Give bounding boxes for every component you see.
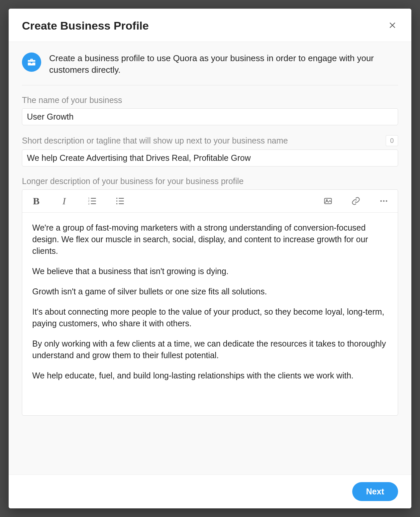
description-label: Longer description of your business for … bbox=[22, 176, 398, 186]
svg-point-14 bbox=[380, 200, 382, 202]
bold-button[interactable]: B bbox=[30, 195, 42, 207]
bold-icon: B bbox=[33, 195, 40, 207]
modal-header: Create Business Profile bbox=[9, 9, 411, 42]
ordered-list-button[interactable]: 123 bbox=[86, 195, 98, 207]
svg-text:2: 2 bbox=[88, 200, 89, 202]
briefcase-icon bbox=[22, 52, 41, 72]
business-name-field: The name of your business bbox=[22, 95, 398, 125]
tagline-label: Short description or tagline that will s… bbox=[22, 136, 288, 146]
svg-text:1: 1 bbox=[88, 197, 89, 199]
business-name-label: The name of your business bbox=[22, 95, 398, 105]
image-button[interactable] bbox=[322, 195, 334, 207]
tagline-char-counter: 0 bbox=[386, 135, 398, 146]
italic-button[interactable]: I bbox=[58, 195, 70, 207]
svg-point-10 bbox=[116, 203, 118, 205]
intro-text: Create a business profile to use Quora a… bbox=[49, 52, 398, 76]
tagline-field: Short description or tagline that will s… bbox=[22, 135, 398, 166]
modal-title: Create Business Profile bbox=[22, 19, 149, 32]
image-icon bbox=[323, 196, 333, 206]
italic-icon: I bbox=[62, 195, 66, 207]
unordered-list-button[interactable] bbox=[114, 195, 126, 207]
intro-section: Create a business profile to use Quora a… bbox=[22, 42, 398, 85]
svg-point-16 bbox=[386, 200, 387, 202]
modal-body[interactable]: Create a business profile to use Quora a… bbox=[9, 42, 411, 474]
description-paragraph: It's about connecting more people to the… bbox=[32, 306, 388, 329]
svg-point-15 bbox=[383, 200, 385, 202]
description-paragraph: We help educate, fuel, and build long-la… bbox=[32, 370, 388, 381]
ordered-list-icon: 123 bbox=[87, 196, 97, 206]
more-options-button[interactable] bbox=[378, 195, 390, 207]
more-options-icon bbox=[379, 196, 388, 206]
svg-point-6 bbox=[116, 198, 118, 199]
description-paragraph: By only working with a few clients at a … bbox=[32, 338, 388, 361]
rich-text-editor: B I 123 bbox=[22, 189, 398, 416]
tagline-label-row: Short description or tagline that will s… bbox=[22, 135, 398, 146]
next-button[interactable]: Next bbox=[352, 482, 398, 501]
close-button[interactable] bbox=[387, 20, 398, 32]
description-textarea[interactable]: We're a group of fast-moving marketers w… bbox=[22, 213, 398, 415]
description-paragraph: We're a group of fast-moving marketers w… bbox=[32, 222, 388, 257]
svg-text:3: 3 bbox=[88, 203, 89, 205]
svg-point-8 bbox=[116, 200, 118, 202]
create-business-profile-modal: Create Business Profile Create a busines… bbox=[9, 9, 411, 508]
link-icon bbox=[351, 196, 361, 206]
business-name-input[interactable] bbox=[22, 108, 398, 125]
description-field: Longer description of your business for … bbox=[22, 176, 398, 416]
close-icon bbox=[388, 21, 397, 30]
modal-footer: Next bbox=[9, 474, 411, 508]
description-paragraph: Growth isn't a game of silver bullets or… bbox=[32, 286, 388, 297]
editor-toolbar: B I 123 bbox=[22, 190, 398, 213]
description-paragraph: We believe that a business that isn't gr… bbox=[32, 265, 388, 277]
tagline-input[interactable] bbox=[22, 150, 398, 166]
unordered-list-icon bbox=[115, 196, 125, 206]
link-button[interactable] bbox=[350, 195, 362, 207]
